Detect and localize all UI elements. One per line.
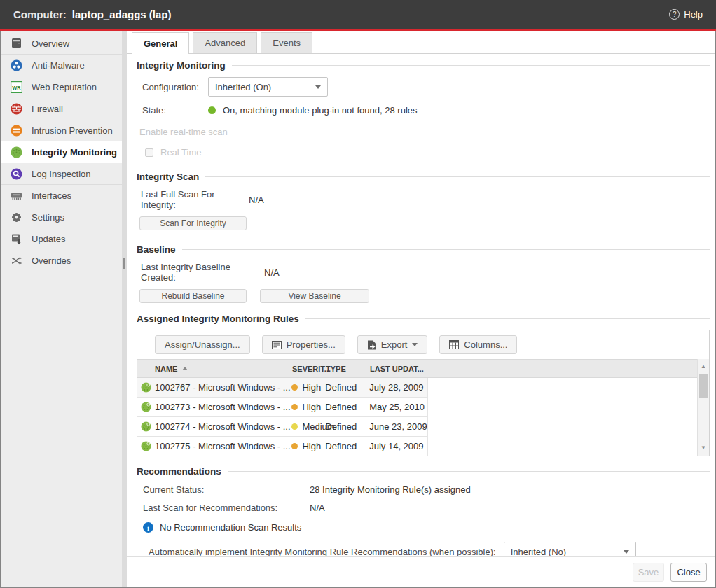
computer-details-window: Computer: laptop_adaggs (lap) ? Help Ove… <box>0 0 716 588</box>
export-button[interactable]: Export <box>357 335 428 354</box>
view-baseline-button[interactable]: View Baseline <box>260 289 369 303</box>
section-title-baseline: Baseline <box>137 244 710 255</box>
sort-ascending-icon <box>182 367 188 370</box>
rule-severity: High <box>302 382 321 393</box>
integrity-rule-icon <box>141 441 151 451</box>
section-title-recommendations: Recommendations <box>137 466 710 477</box>
sidebar-item-label: Log Inspection <box>32 169 91 179</box>
scroll-up-arrow-icon[interactable]: ▲ <box>701 359 706 372</box>
sidebar-item-integrity-monitoring[interactable]: Integrity Monitoring <box>1 141 122 163</box>
sidebar-item-label: Web Reputation <box>32 82 97 92</box>
sidebar-item-log-inspection[interactable]: Log Inspection <box>1 163 122 185</box>
chevron-down-icon <box>412 343 418 346</box>
firewall-icon <box>11 103 22 115</box>
rule-row[interactable]: 1002775 - Microsoft Windows - ... High D… <box>137 437 428 456</box>
scan-for-integrity-button[interactable]: Scan For Integrity <box>139 216 247 230</box>
interfaces-icon <box>11 190 22 202</box>
help-label: Help <box>684 9 703 20</box>
sidebar-item-label: Interfaces <box>32 190 71 201</box>
rule-severity: High <box>302 402 321 412</box>
last-scan-recommendations-value: N/A <box>310 503 325 513</box>
column-header-type[interactable]: TYPE <box>326 365 370 373</box>
rebuild-baseline-button[interactable]: Rebuild Baseline <box>139 289 247 303</box>
content-right-rail <box>712 55 712 556</box>
tab-events-label: Events <box>273 38 301 48</box>
section-title-assigned-rules: Assigned Integrity Monitoring Rules <box>137 314 710 324</box>
rules-toolbar: Assign/Unassign... Properties... Export <box>137 330 709 359</box>
column-header-severity[interactable]: SEVERIT... <box>292 365 326 373</box>
section-title-integrity-monitoring: Integrity Monitoring <box>137 60 710 71</box>
rule-row[interactable]: 1002767 - Microsoft Windows - ... High D… <box>137 378 428 398</box>
sidebar-item-interfaces[interactable]: Interfaces <box>1 185 122 206</box>
assign-unassign-button[interactable]: Assign/Unassign... <box>155 335 250 354</box>
auto-implement-label: Automatically implement Integrity Monito… <box>149 547 496 557</box>
properties-label: Properties... <box>287 340 336 350</box>
tab-general[interactable]: General <box>132 32 189 54</box>
web-reputation-icon: WR <box>11 81 22 93</box>
last-baseline-created-value: N/A <box>264 267 280 278</box>
rule-type: Defined <box>325 421 369 432</box>
auto-implement-dropdown[interactable]: Inherited (No) <box>504 542 636 556</box>
overview-icon <box>11 38 22 50</box>
rule-type: Defined <box>325 441 369 451</box>
svg-text:WR: WR <box>12 85 21 91</box>
rule-row[interactable]: 1002773 - Microsoft Windows - ... High D… <box>137 398 428 417</box>
last-full-scan-value: N/A <box>249 195 264 205</box>
sidebar-item-web-reputation[interactable]: WR Web Reputation <box>1 76 122 98</box>
overrides-shuffle-icon <box>11 255 22 267</box>
rules-vertical-scrollbar[interactable]: ▲ ▼ <box>697 359 709 456</box>
rule-name: 1002773 - Microsoft Windows - ... <box>155 402 292 412</box>
save-button[interactable]: Save <box>633 563 664 582</box>
rule-row[interactable]: 1002774 - Microsoft Windows - ... Medium… <box>137 417 428 437</box>
sidebar-item-label: Integrity Monitoring <box>32 147 117 158</box>
help-icon: ? <box>669 9 680 20</box>
current-status-value: 28 Integrity Monitoring Rule(s) assigned <box>310 484 471 495</box>
no-recommendation-results-text: No Recommendation Scan Results <box>160 522 301 533</box>
columns-icon <box>449 340 459 349</box>
tab-advanced[interactable]: Advanced <box>193 32 257 53</box>
sidebar-item-label: Settings <box>32 212 64 223</box>
integrity-monitoring-icon <box>11 146 22 158</box>
state-text: On, matching module plug-in not found, 2… <box>223 105 418 115</box>
configuration-label: Configuration: <box>142 82 208 92</box>
column-header-name[interactable]: NAME <box>155 365 292 373</box>
sidebar-item-label: Overrides <box>32 255 71 266</box>
current-status-label: Current Status: <box>143 484 310 495</box>
export-label: Export <box>381 340 408 350</box>
updates-icon <box>11 233 22 245</box>
sidebar-item-updates[interactable]: Updates <box>1 228 122 250</box>
rule-name: 1002774 - Microsoft Windows - ... <box>155 421 291 432</box>
properties-button[interactable]: Properties... <box>262 335 345 354</box>
window-title-prefix: Computer: <box>13 8 67 20</box>
realtime-checkbox <box>145 148 153 157</box>
sidebar-item-firewall[interactable]: Firewall <box>1 98 122 120</box>
sidebar-item-settings[interactable]: Settings <box>1 206 122 228</box>
rule-last-updated: June 23, 2009 <box>369 421 427 432</box>
sidebar-item-intrusion-prevention[interactable]: Intrusion Prevention <box>1 120 122 141</box>
last-full-scan-label: Last Full Scan For Integrity: <box>141 189 249 210</box>
sidebar-item-overrides[interactable]: Overrides <box>1 250 122 272</box>
sidebar-item-label: Firewall <box>32 104 63 114</box>
assign-unassign-label: Assign/Unassign... <box>165 340 240 350</box>
sidebar-splitter-handle[interactable] <box>123 258 125 270</box>
rules-panel: Assign/Unassign... Properties... Export <box>137 330 710 456</box>
window-title: laptop_adaggs (lap) <box>72 8 172 20</box>
state-label: State: <box>142 105 208 115</box>
column-header-last-updated[interactable]: LAST UPDAT... <box>370 365 428 373</box>
tab-events[interactable]: Events <box>261 32 312 53</box>
configuration-dropdown[interactable]: Inherited (On) <box>208 77 328 97</box>
rule-severity: High <box>302 441 321 451</box>
scroll-down-arrow-icon[interactable]: ▼ <box>701 443 706 456</box>
tab-advanced-label: Advanced <box>205 38 245 48</box>
sidebar-item-label: Overview <box>32 38 69 49</box>
main-content: General Advanced Events Integrity Monito… <box>127 31 715 587</box>
rule-last-updated: May 25, 2010 <box>369 402 427 412</box>
close-button[interactable]: Close <box>670 563 707 582</box>
scrollbar-thumb[interactable] <box>699 374 708 398</box>
help-link[interactable]: ? Help <box>669 9 703 20</box>
sidebar-item-overview[interactable]: Overview <box>1 33 122 55</box>
properties-icon <box>272 341 282 349</box>
sidebar-item-anti-malware[interactable]: Anti-Malware <box>1 55 122 76</box>
columns-button[interactable]: Columns... <box>439 335 517 354</box>
footer-bar: Save Close <box>127 556 715 587</box>
